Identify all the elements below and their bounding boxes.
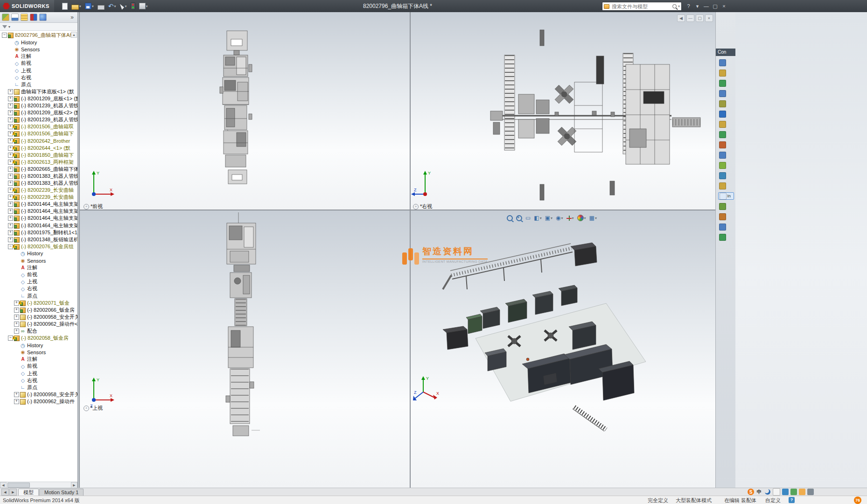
scroll-tabs-right-button[interactable]: ▶ (9, 489, 17, 496)
print-button[interactable]: ▾ (96, 2, 106, 11)
close-button[interactable]: × (720, 2, 728, 10)
tree-item[interactable]: Sensors (0, 46, 77, 53)
tree-item[interactable]: + (-) 82001383_机器人管线 (0, 173, 77, 180)
tree-item[interactable]: + 曲轴箱下体底板<1> (默 (0, 88, 77, 95)
tree-item[interactable]: History (0, 250, 77, 257)
tree-item[interactable]: + (-) 82001239_机器人管线 (0, 102, 77, 109)
tree-item[interactable]: 注解 (0, 53, 77, 60)
search-box[interactable]: ▾ (602, 2, 682, 11)
task-icon-12[interactable] (718, 172, 734, 179)
tree-expander[interactable]: + (8, 167, 13, 172)
tree-vertical-scrollbar[interactable]: ▲ (72, 31, 77, 482)
expand-panel-chevron[interactable]: » (69, 14, 76, 21)
scroll-right-arrow[interactable]: ▶ (71, 482, 77, 488)
tree-expander[interactable]: + (8, 110, 13, 115)
tree-expander[interactable]: + (8, 117, 13, 122)
search-scope-icon[interactable] (604, 4, 609, 9)
tree-expander[interactable]: + (14, 322, 19, 327)
close-doc-button[interactable]: × (705, 14, 713, 22)
task-icon-2[interactable] (718, 69, 734, 77)
task-icon-3[interactable] (718, 79, 734, 87)
viewport-right[interactable]: Y Z + *右视 (410, 12, 716, 210)
search-icon[interactable] (672, 4, 677, 8)
lang-tool-4-icon[interactable] (799, 489, 805, 495)
scroll-tabs-left-button[interactable]: ◀ (1, 489, 9, 496)
tree-item[interactable]: + (-) 82002642_Brother (0, 137, 77, 144)
task-icon-10[interactable] (718, 151, 734, 159)
tree-expander[interactable]: + (8, 174, 13, 179)
tree-item[interactable]: + (-) 82000962_操动件 (0, 398, 77, 405)
tab-dimxpert[interactable] (30, 14, 37, 21)
task-icon-16[interactable] (718, 213, 734, 220)
search-chevron-icon[interactable]: ▾ (678, 4, 680, 8)
tree-expander[interactable]: + (14, 308, 19, 313)
tree-item[interactable]: + 配合 (0, 328, 77, 335)
lang-tool-1-icon[interactable] (773, 488, 780, 496)
tree-item[interactable]: + (-) 82002239_长安曲轴 (0, 187, 77, 194)
tree-expander[interactable]: + (8, 181, 13, 186)
filter-chevron-icon[interactable]: ▾ (8, 25, 10, 29)
tree-item[interactable]: + (-) 82001464_电主轴支架 (0, 222, 77, 229)
task-icon-13[interactable] (718, 182, 734, 189)
task-icon-8[interactable] (718, 131, 734, 138)
open-button[interactable]: ▾ (70, 2, 83, 11)
maximize-button[interactable]: ▢ (711, 2, 719, 10)
sogou-input-icon[interactable]: S (748, 489, 754, 495)
task-icon-17[interactable] (718, 223, 734, 231)
tree-item[interactable]: 上视 (0, 278, 77, 285)
customize-menu[interactable]: 自定义 (765, 497, 781, 504)
task-icon-7[interactable] (718, 120, 734, 128)
tree-item[interactable]: + (-) 82001209_底板<1> (默 (0, 95, 77, 102)
tree-item[interactable]: + (-) 82002665_曲轴箱下体 (0, 166, 77, 173)
tree-item[interactable]: + (-) 82002613_两种框架 (0, 159, 77, 166)
viewport-front[interactable]: Y X + *前视 (80, 12, 410, 210)
tree-expander[interactable]: + (8, 96, 13, 101)
tree-item[interactable]: + (-) 82001850_曲轴箱下 (0, 152, 77, 159)
tree-item[interactable]: 前视 (0, 271, 77, 278)
task-icon-18[interactable] (718, 233, 734, 241)
undo-button[interactable]: ▾ (107, 2, 118, 10)
scroll-left-arrow[interactable]: ◀ (0, 482, 7, 488)
tree-expander[interactable]: + (8, 237, 13, 242)
tree-item[interactable]: + (-) 82001209_底板<2> (默 (0, 109, 77, 116)
tree-item[interactable]: + (-) 82001348_板链输送机 (0, 236, 77, 243)
tab-propertymanager[interactable] (11, 14, 19, 21)
tree-item[interactable]: 前视 (0, 363, 77, 370)
tree-item[interactable]: Sensors (0, 257, 77, 264)
tree-item[interactable]: + (-) 82001464_电主轴支架 (0, 215, 77, 222)
moon-icon[interactable] (764, 489, 771, 495)
restore-doc-button[interactable]: ▢ (696, 14, 704, 22)
tab-motion-study[interactable]: Motion Study 1 (39, 489, 84, 496)
tree-item[interactable]: − (-) 82002076_钣金房组 (0, 243, 77, 250)
tree-item[interactable]: 原点 (0, 81, 77, 88)
tree-item[interactable]: − 82002796_曲轴箱下体A线 (0, 32, 77, 39)
search-input[interactable] (611, 3, 671, 10)
help-info-icon[interactable]: ? (789, 497, 795, 503)
tree-item[interactable]: History (0, 39, 77, 46)
help-chevron[interactable]: ▾ (693, 2, 701, 10)
tree-expander[interactable]: + (8, 230, 13, 235)
minimize-doc-button[interactable]: — (686, 14, 694, 22)
rebuild-button[interactable]: ▾ (129, 1, 137, 11)
tree-expander[interactable]: − (2, 33, 7, 38)
tree-item[interactable]: − (-) 82002058_钣金房 (0, 335, 77, 342)
viewport-top[interactable]: Y X Z + *上视 (80, 210, 410, 488)
tree-item[interactable]: + (-) 82000962_操动件< (0, 321, 77, 328)
tree-item[interactable]: Sensors (0, 349, 77, 356)
tree-item[interactable]: + (-) 82002066_钣金房 (0, 307, 77, 314)
tree-expander[interactable]: + (8, 223, 13, 228)
lang-tool-5-icon[interactable] (807, 489, 814, 495)
tree-item[interactable]: + (-) 82002071_钣金 (0, 300, 77, 307)
viewport-splitter-horizontal[interactable] (80, 210, 716, 210)
tree-item[interactable]: 上视 (0, 370, 77, 377)
tree-expander[interactable]: + (14, 399, 19, 404)
help-button[interactable]: ? (685, 2, 692, 10)
tree-horizontal-scrollbar[interactable]: ◀ ▶ (0, 482, 77, 488)
task-icon-9[interactable] (718, 141, 734, 148)
tree-expander[interactable]: + (8, 89, 13, 94)
tree-item[interactable]: 注解 (0, 264, 77, 271)
tab-configurationmanager[interactable] (21, 14, 28, 21)
tree-item[interactable]: History (0, 342, 77, 349)
new-document-button[interactable]: ▾ (61, 2, 69, 11)
options-button[interactable]: ▾ (138, 2, 149, 10)
